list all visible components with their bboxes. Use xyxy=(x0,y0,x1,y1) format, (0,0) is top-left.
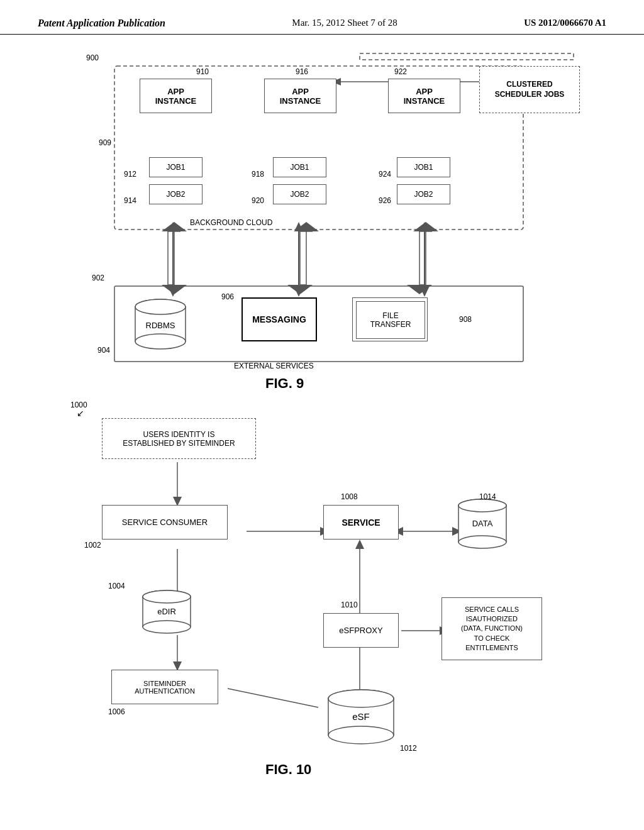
svg-text:eDIR: eDIR xyxy=(157,607,176,616)
ref-1006: 1006 xyxy=(108,707,125,716)
ref-1014: 1014 xyxy=(479,492,496,501)
patent-number: US 2012/0066670 A1 xyxy=(524,18,606,28)
service-calls-box: SERVICE CALLS ISAUTHORIZED (DATA, FUNCTI… xyxy=(441,597,542,660)
svg-marker-10 xyxy=(407,285,432,294)
main-content: 900 910 916 922 909 912 914 918 920 924 … xyxy=(0,35,644,802)
background-cloud-label: BACKGROUND CLOUD xyxy=(190,218,272,227)
fig9-label: FIG. 9 xyxy=(265,375,304,392)
svg-marker-11 xyxy=(413,222,438,231)
svg-point-54 xyxy=(458,536,506,548)
ref-1012: 1012 xyxy=(400,744,417,753)
arrow-1000: ↙ xyxy=(77,408,84,418)
messaging-box: MESSAGING xyxy=(242,297,317,341)
svg-marker-7 xyxy=(287,285,313,294)
svg-marker-4 xyxy=(162,285,187,294)
svg-line-46 xyxy=(228,689,318,707)
svg-point-60 xyxy=(328,690,394,707)
job2-1: JOB2 xyxy=(149,184,203,204)
publication-label: Patent Application Publication xyxy=(38,18,165,29)
svg-text:RDBMS: RDBMS xyxy=(146,321,175,330)
service-box: SERVICE xyxy=(323,505,399,540)
svg-marker-36 xyxy=(355,540,364,549)
ref-902: 902 xyxy=(92,274,104,282)
svg-text:DATA: DATA xyxy=(472,519,493,528)
svg-marker-13 xyxy=(169,222,177,231)
clustered-scheduler-jobs: CLUSTERED SCHEDULER JOBS xyxy=(479,66,580,113)
svg-marker-6 xyxy=(300,231,313,285)
esf-cylinder: eSF xyxy=(323,689,399,745)
svg-point-50 xyxy=(143,590,191,603)
ref-924: 924 xyxy=(379,170,391,179)
svg-point-25 xyxy=(135,299,186,314)
page-header: Patent Application Publication Mar. 15, … xyxy=(0,0,644,35)
fig10-diagram: 1000 ↙ USERS IDENTITY IS ESTABLISHED BY … xyxy=(52,399,592,789)
svg-rect-0 xyxy=(360,53,574,60)
ref-922: 922 xyxy=(394,67,407,76)
users-identity-box: USERS IDENTITY IS ESTABLISHED BY SITEMIN… xyxy=(102,418,256,459)
ref-914: 914 xyxy=(124,196,136,205)
ref-900: 900 xyxy=(86,53,99,62)
siteminder-auth-box: SITEMINDER AUTHENTICATION xyxy=(111,670,218,704)
ref-906: 906 xyxy=(221,292,234,301)
svg-point-55 xyxy=(458,499,506,512)
ref-926: 926 xyxy=(379,196,391,205)
ref-920: 920 xyxy=(252,196,264,205)
job1-1: JOB1 xyxy=(149,157,203,177)
svg-marker-9 xyxy=(419,231,432,285)
date-sheet-label: Mar. 15, 2012 Sheet 7 of 28 xyxy=(292,18,397,28)
ref-918: 918 xyxy=(252,170,264,179)
job2-2: JOB2 xyxy=(273,184,326,204)
ref-1004: 1004 xyxy=(108,582,125,590)
svg-point-24 xyxy=(135,334,186,349)
app-instance-3: APP INSTANCE xyxy=(388,79,460,113)
edir-cylinder: eDIR xyxy=(138,588,195,635)
job1-2: JOB1 xyxy=(273,157,326,177)
ref-912: 912 xyxy=(124,170,136,179)
fig10-label: FIG. 10 xyxy=(265,761,311,778)
ref-916: 916 xyxy=(296,67,308,76)
svg-marker-5 xyxy=(162,222,187,231)
svg-marker-16 xyxy=(294,222,303,231)
job1-3: JOB1 xyxy=(397,157,450,177)
svg-marker-17 xyxy=(294,287,303,297)
rdbms-cylinder: RDBMS xyxy=(132,296,189,352)
svg-marker-20 xyxy=(420,287,429,297)
esfproxy-box: eSFPROXY xyxy=(323,613,399,648)
data-cylinder: DATA xyxy=(454,497,511,550)
external-services-label: EXTERNAL SERVICES xyxy=(234,362,314,370)
job2-3: JOB2 xyxy=(397,184,450,204)
ref-904: 904 xyxy=(97,346,110,355)
ref-1008: 1008 xyxy=(341,492,358,501)
ref-910: 910 xyxy=(196,67,209,76)
svg-point-49 xyxy=(143,621,191,633)
ref-908: 908 xyxy=(459,315,472,324)
app-instance-1: APP INSTANCE xyxy=(140,79,212,113)
app-instance-2: APP INSTANCE xyxy=(264,79,336,113)
svg-marker-3 xyxy=(168,231,180,285)
ref-909: 909 xyxy=(99,138,111,147)
ref-1002: 1002 xyxy=(84,541,101,550)
fig9-diagram: 900 910 916 922 909 912 914 918 920 924 … xyxy=(52,47,592,399)
svg-text:eSF: eSF xyxy=(352,711,370,722)
service-consumer-box: SERVICE CONSUMER xyxy=(102,505,228,540)
svg-marker-8 xyxy=(294,222,319,231)
ref-1010: 1010 xyxy=(341,600,358,609)
svg-marker-19 xyxy=(420,222,429,231)
svg-point-59 xyxy=(328,726,394,744)
